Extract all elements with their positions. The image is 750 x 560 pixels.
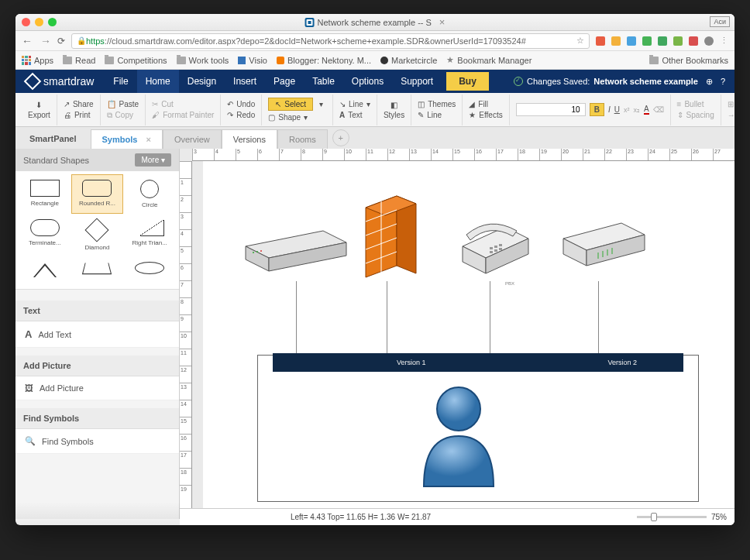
bookmark-item[interactable]: Blogger: Nektony. M... <box>277 56 371 65</box>
tab-close-icon[interactable]: × <box>439 16 446 28</box>
extension-icon[interactable] <box>611 36 621 46</box>
extension-icon[interactable] <box>704 36 714 46</box>
more-shapes-button[interactable]: More ▾ <box>135 153 171 167</box>
tab-versions[interactable]: Versions <box>222 129 277 149</box>
tab-rooms[interactable]: Rooms <box>277 129 328 149</box>
italic-button[interactable]: I <box>608 105 611 114</box>
export-button[interactable]: ⬇ Export <box>28 101 50 119</box>
close-window-button[interactable] <box>22 18 30 26</box>
back-button[interactable]: ← <box>22 35 33 47</box>
network-device-phone[interactable]: PBX <box>451 211 536 289</box>
bookmark-star-icon[interactable]: ☆ <box>576 36 584 46</box>
paste-button[interactable]: 📋Paste <box>107 100 139 108</box>
add-text-button[interactable]: AAdd Text <box>15 321 179 348</box>
find-symbols-button[interactable]: 🔍Find Symbols <box>15 429 179 454</box>
browser-tab[interactable]: Network scheme example -- S × <box>305 16 446 28</box>
shape-terminate[interactable]: Terminate... <box>19 214 71 256</box>
line-button[interactable]: ↘Line ▾ <box>339 100 370 108</box>
shape-ellipse[interactable] <box>123 256 176 286</box>
themes-button[interactable]: ◫Themes <box>418 100 456 108</box>
zoom-thumb[interactable] <box>651 513 657 521</box>
globe-icon[interactable]: ⊕ <box>706 77 713 87</box>
bookmark-item[interactable]: ★Bookmark Manager <box>446 55 532 65</box>
undo-button[interactable]: ↶Undo <box>227 100 255 108</box>
shape-trapezoid[interactable] <box>71 256 124 286</box>
styles-button[interactable]: ◧ Styles <box>384 101 404 119</box>
other-bookmarks[interactable]: Other Bookmarks <box>649 56 728 65</box>
shape-rectangle[interactable]: Rectangle <box>19 174 71 214</box>
copy-button[interactable]: ⧉Copy <box>107 111 139 120</box>
spacing-button[interactable]: ⇕Spacing <box>677 111 714 119</box>
close-icon[interactable]: × <box>146 135 150 144</box>
extension-icon[interactable] <box>627 36 636 46</box>
extension-icon[interactable] <box>596 36 605 46</box>
format-painter-button[interactable]: 🖌Format Painter <box>152 111 214 119</box>
extension-icon[interactable] <box>658 36 667 46</box>
shape-right-triangle[interactable]: Right Trian... <box>123 214 176 256</box>
chrome-profile-badge[interactable]: Аси <box>710 16 730 27</box>
tab-overview[interactable]: Overview <box>163 129 222 149</box>
extension-icon[interactable] <box>673 36 683 46</box>
menu-design[interactable]: Design <box>179 70 225 93</box>
tab-symbols[interactable]: Symbols × <box>91 129 163 149</box>
network-device-rack[interactable] <box>238 223 354 285</box>
menu-options[interactable]: Options <box>343 70 392 93</box>
redo-button[interactable]: ↷Redo <box>227 111 255 119</box>
bookmark-folder[interactable]: Read <box>63 56 95 65</box>
address-bar[interactable]: 🔒 https ://cloud.smartdraw.com/editor.as… <box>71 33 590 49</box>
bookmark-folder[interactable]: Competitions <box>105 56 167 65</box>
minimize-window-button[interactable] <box>35 18 43 26</box>
cut-button[interactable]: ✂Cut <box>152 100 214 108</box>
user-symbol[interactable] <box>412 378 505 494</box>
apps-button[interactable]: Apps <box>22 56 53 65</box>
chrome-menu-icon[interactable]: ⋮ <box>720 36 728 46</box>
bookmark-item[interactable]: Marketcircle <box>380 56 437 65</box>
line-style-button[interactable]: ✎Line <box>418 111 456 119</box>
superscript-button[interactable]: x² <box>624 106 630 114</box>
extension-icon[interactable] <box>689 36 698 46</box>
effects-button[interactable]: ★Effects <box>469 111 502 119</box>
zoom-window-button[interactable] <box>48 18 57 26</box>
app-logo[interactable]: smartdraw <box>15 75 105 88</box>
clear-format-button[interactable]: ⌫ <box>653 105 664 114</box>
font-color-button[interactable]: A <box>644 105 649 115</box>
fill-button[interactable]: ◢Fill <box>469 100 502 108</box>
forward-button[interactable]: → <box>40 35 51 47</box>
menu-insert[interactable]: Insert <box>225 70 265 93</box>
shape-diamond[interactable]: Diamond <box>71 214 124 256</box>
bookmark-folder[interactable]: Work tools <box>177 56 229 65</box>
buy-button[interactable]: Buy <box>446 72 489 91</box>
font-size-input[interactable] <box>516 103 586 116</box>
network-device-router[interactable] <box>552 215 652 285</box>
network-device-firewall[interactable] <box>358 192 428 285</box>
text-direction-button[interactable]: →Text Directio <box>728 111 735 119</box>
menu-page[interactable]: Page <box>265 70 304 93</box>
shape-circle[interactable]: Circle <box>123 174 176 214</box>
version-bar[interactable]: Version 1 Version 2 <box>273 353 683 372</box>
bold-button[interactable]: B <box>590 103 604 116</box>
print-button[interactable]: 🖨Print <box>64 111 94 119</box>
select-dropdown[interactable]: ▾ <box>316 100 326 108</box>
drawing-canvas[interactable]: PBX Version 1 Version 2 <box>203 161 735 519</box>
bullet-button[interactable]: ≡Bullet <box>677 100 714 108</box>
add-picture-button[interactable]: 🖼Add Picture <box>15 376 179 400</box>
underline-button[interactable]: U <box>614 105 620 114</box>
help-icon[interactable]: ? <box>721 77 725 86</box>
menu-home[interactable]: Home <box>137 70 179 93</box>
reload-button[interactable]: ⟳ <box>57 36 65 46</box>
share-button[interactable]: ↗Share <box>64 100 94 108</box>
subscript-button[interactable]: x₂ <box>633 106 640 114</box>
zoom-slider[interactable] <box>637 516 707 518</box>
align-button[interactable]: ⊞Align <box>728 100 735 108</box>
menu-support[interactable]: Support <box>392 70 442 93</box>
shape-button[interactable]: ▢Shape ▾ <box>268 113 326 122</box>
extension-icon[interactable] <box>642 36 652 46</box>
menu-table[interactable]: Table <box>304 70 343 93</box>
bookmark-item[interactable]: Visio <box>238 56 267 65</box>
select-button[interactable]: ↖Select <box>268 98 313 111</box>
menu-file[interactable]: File <box>105 70 136 93</box>
shape-triangle[interactable] <box>19 256 71 286</box>
add-tab-button[interactable]: + <box>332 129 349 146</box>
shape-rounded-rect[interactable]: Rounded R... <box>71 174 124 214</box>
text-button[interactable]: AText <box>339 111 370 119</box>
